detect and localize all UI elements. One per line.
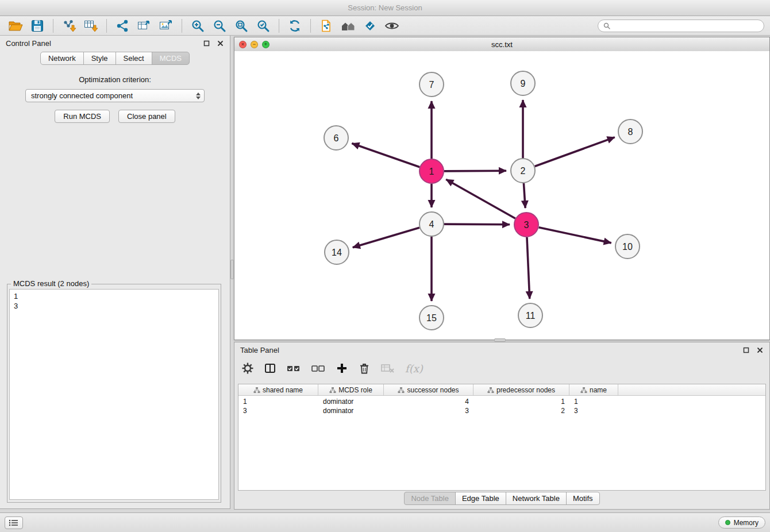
tab-style[interactable]: Style	[83, 52, 116, 65]
tab-node-table[interactable]: Node Table	[404, 492, 456, 505]
open-file-button[interactable]	[5, 17, 26, 34]
tab-motifs[interactable]: Motifs	[566, 492, 600, 505]
memory-indicator-icon	[725, 520, 730, 525]
graph-edge-3-10[interactable]	[539, 228, 611, 243]
tab-edge-table[interactable]: Edge Table	[455, 492, 506, 505]
float-window-icon	[743, 347, 749, 353]
graph-edge-4-3[interactable]	[444, 224, 510, 225]
show-panels-button[interactable]	[5, 516, 23, 529]
control-panel-tabs: NetworkStyleSelectMCDS	[0, 52, 230, 65]
delete-row-button[interactable]	[358, 361, 371, 376]
graph-edge-3-11[interactable]	[527, 237, 530, 299]
search-input[interactable]	[613, 21, 759, 30]
control-panel: Control Panel NetworkStyleSelectMCDS Opt…	[0, 36, 230, 509]
refresh-button[interactable]	[284, 17, 306, 34]
graph-node-label: 14	[332, 248, 342, 257]
style-paint-button[interactable]	[359, 17, 381, 34]
show-hide-button[interactable]	[381, 17, 403, 34]
tab-network-table[interactable]: Network Table	[506, 492, 567, 505]
column-header-predecessor-nodes[interactable]: predecessor nodes	[473, 384, 569, 396]
refresh-icon	[288, 19, 302, 33]
add-row-button[interactable]	[336, 361, 348, 376]
tab-mcds[interactable]: MCDS	[152, 52, 190, 65]
graph-edge-3-1[interactable]	[446, 179, 515, 218]
run-mcds-button[interactable]: Run MCDS	[55, 110, 110, 123]
table-cell: 3	[384, 407, 473, 415]
zoom-in-button[interactable]	[187, 17, 209, 34]
mcds-result-line: 3	[14, 301, 214, 311]
sort-icon	[398, 387, 405, 394]
zoom-selected-button[interactable]	[252, 17, 274, 34]
table-cell: 1	[473, 398, 569, 406]
close-panel-button[interactable]: Close panel	[118, 110, 175, 123]
table-panel-float-button[interactable]	[742, 346, 750, 354]
graph-edge-4-14[interactable]	[353, 228, 419, 247]
tab-network[interactable]: Network	[40, 52, 84, 65]
graph-node-label: 6	[334, 133, 339, 143]
network-window: × − + scc.txt 7968124314101511	[234, 37, 770, 340]
zoom-out-button[interactable]	[209, 17, 230, 34]
column-header-name[interactable]: name	[569, 384, 618, 396]
table-panel-close-button[interactable]	[756, 346, 764, 354]
zoom-fit-button[interactable]	[230, 17, 252, 34]
first-neighbors-button[interactable]	[337, 17, 359, 34]
network-canvas[interactable]: 7968124314101511	[234, 51, 769, 340]
memory-label: Memory	[734, 519, 759, 527]
table-tabs: Node TableEdge TableNetwork TableMotifs	[234, 492, 769, 505]
table-row[interactable]: 3dominator323	[238, 406, 765, 415]
memory-button[interactable]: Memory	[718, 516, 765, 529]
window-titlebar: Session: New Session	[0, 0, 770, 16]
import-table-button[interactable]	[80, 17, 102, 34]
tab-select[interactable]: Select	[116, 52, 152, 65]
column-header-shared-name[interactable]: shared name	[238, 384, 318, 396]
network-document-icon	[319, 19, 333, 33]
column-header-label: name	[590, 386, 607, 394]
import-network-button[interactable]	[58, 17, 80, 34]
table-settings-button[interactable]	[241, 361, 254, 376]
select-all-button[interactable]	[286, 361, 301, 376]
window-close-button[interactable]: ×	[239, 41, 247, 48]
optimization-criterion-label: Optimization criterion:	[0, 75, 230, 84]
window-minimize-button[interactable]: −	[251, 41, 258, 48]
window-zoom-button[interactable]: +	[262, 41, 270, 48]
deselect-all-button[interactable]	[311, 361, 326, 376]
show-columns-icon	[264, 362, 276, 375]
column-header-successor-nodes[interactable]: successor nodes	[384, 384, 473, 396]
vertical-splitter-handle[interactable]	[230, 260, 234, 279]
mcds-result-line: 1	[14, 291, 214, 301]
status-bar: Memory	[0, 512, 770, 532]
network-window-title: scc.txt	[234, 40, 769, 49]
export-image-button[interactable]	[155, 17, 177, 34]
control-panel-title: Control Panel	[6, 39, 197, 48]
save-session-button[interactable]	[26, 17, 48, 34]
toolbar-separator	[182, 19, 182, 33]
export-table-button[interactable]	[133, 17, 155, 34]
select-all-icon	[286, 362, 301, 375]
new-network-button[interactable]	[111, 17, 133, 34]
zoom-in-icon	[191, 19, 205, 33]
graph-edge-1-6[interactable]	[352, 144, 419, 167]
graph-node-label: 8	[628, 127, 633, 137]
control-panel-close-button[interactable]	[216, 39, 224, 47]
show-columns-button[interactable]	[264, 361, 276, 376]
optimization-criterion-select[interactable]: strongly connected component	[25, 89, 205, 102]
control-panel-header: Control Panel	[0, 36, 230, 51]
control-panel-float-button[interactable]	[202, 39, 210, 47]
column-header-label: successor nodes	[407, 386, 459, 394]
graph-edge-1-2[interactable]	[444, 171, 506, 171]
node-table: shared nameMCDS rolesuccessor nodesprede…	[238, 384, 766, 491]
graph-node-label: 3	[524, 220, 529, 230]
first-neighbors-icon	[341, 19, 356, 33]
sort-icon	[329, 387, 336, 394]
search-box[interactable]	[598, 20, 764, 32]
table-row[interactable]: 1dominator411	[238, 397, 765, 406]
graph-node-label: 11	[526, 311, 536, 321]
function-builder-icon: f(x)	[405, 363, 423, 375]
sort-icon	[253, 387, 260, 394]
save-session-icon	[30, 19, 44, 33]
network-document-button[interactable]	[315, 17, 337, 34]
graph-edge-2-3[interactable]	[523, 183, 525, 208]
graph-edge-2-8[interactable]	[535, 137, 615, 167]
mcds-result-list[interactable]: 13	[9, 289, 219, 500]
column-header-MCDS-role[interactable]: MCDS role	[318, 384, 384, 396]
